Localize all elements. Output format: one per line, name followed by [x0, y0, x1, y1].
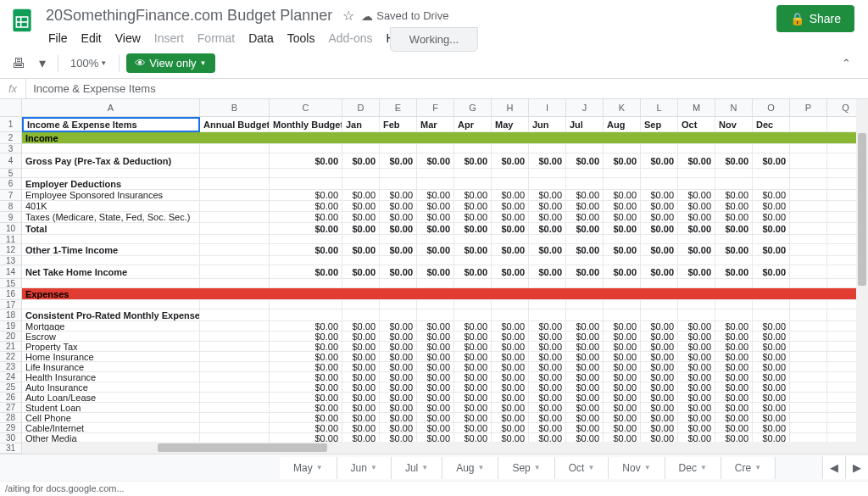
print-icon[interactable]: 🖶	[7, 53, 31, 75]
cell-P4[interactable]	[790, 153, 827, 169]
cell-K8[interactable]: $0.00	[604, 201, 641, 212]
cell-J22[interactable]: $0.00	[566, 352, 604, 362]
cell-E1[interactable]: Feb	[380, 117, 417, 132]
cell-E8[interactable]: $0.00	[380, 201, 417, 212]
cell-L29[interactable]: $0.00	[641, 423, 678, 433]
cell-A14[interactable]: Net Take Home Income	[22, 265, 200, 279]
cell-P26[interactable]	[790, 393, 827, 403]
cell-N7[interactable]: $0.00	[715, 190, 753, 201]
cell-H20[interactable]: $0.00	[492, 332, 529, 342]
cell-K18[interactable]	[604, 309, 641, 321]
cell-D24[interactable]: $0.00	[342, 372, 380, 382]
cell-J3[interactable]	[566, 144, 604, 153]
cell-M20[interactable]: $0.00	[678, 332, 715, 342]
cell-A8[interactable]: 401K	[22, 201, 200, 212]
menu-tools[interactable]: Tools	[281, 28, 321, 48]
cell-O25[interactable]: $0.00	[753, 382, 790, 393]
cell-D22[interactable]: $0.00	[342, 352, 380, 362]
cell-E20[interactable]: $0.00	[380, 332, 417, 342]
cell-N19[interactable]: $0.00	[715, 321, 753, 332]
cell-N25[interactable]: $0.00	[715, 382, 753, 393]
cell-P25[interactable]	[790, 382, 827, 393]
col-header-K[interactable]: K	[604, 99, 641, 116]
cell-J28[interactable]: $0.00	[566, 413, 604, 423]
cell-D14[interactable]: $0.00	[342, 265, 380, 279]
cell-C24[interactable]: $0.00	[270, 372, 342, 382]
cell-J13[interactable]	[566, 256, 604, 265]
zoom-select[interactable]: 100% ▼	[65, 53, 112, 73]
cell-J15[interactable]	[566, 279, 604, 288]
cell-D17[interactable]	[342, 300, 380, 309]
cell-B1[interactable]: Annual Budget	[200, 117, 270, 132]
cell-G24[interactable]: $0.00	[454, 372, 492, 382]
cell-D9[interactable]: $0.00	[342, 212, 380, 223]
cell-B19[interactable]	[200, 321, 270, 332]
cell-E25[interactable]: $0.00	[380, 382, 417, 393]
cell-B27[interactable]	[200, 403, 270, 413]
cell-I22[interactable]: $0.00	[529, 352, 566, 362]
cell-F28[interactable]: $0.00	[417, 413, 454, 423]
cell-N11[interactable]	[715, 235, 753, 244]
cell-I21[interactable]: $0.00	[529, 342, 566, 352]
cell-P6[interactable]	[790, 178, 827, 190]
cell-A7[interactable]: Employee Sponsored Insurances	[22, 190, 200, 201]
menu-view[interactable]: View	[109, 28, 147, 48]
cell-C17[interactable]	[270, 300, 342, 309]
cell-B6[interactable]	[200, 178, 270, 190]
cell-P23[interactable]	[790, 362, 827, 372]
cell-F14[interactable]: $0.00	[417, 265, 454, 279]
cell-J21[interactable]: $0.00	[566, 342, 604, 352]
cell-N6[interactable]	[715, 178, 753, 190]
cell-K22[interactable]: $0.00	[604, 352, 641, 362]
cell-D21[interactable]: $0.00	[342, 342, 380, 352]
row-header-5[interactable]: 5	[0, 169, 22, 178]
cell-J23[interactable]: $0.00	[566, 362, 604, 372]
cell-E12[interactable]: $0.00	[380, 244, 417, 256]
cell-M26[interactable]: $0.00	[678, 393, 715, 403]
sheet-tab-jun[interactable]: Jun ▼	[337, 457, 392, 479]
cell-F29[interactable]: $0.00	[417, 423, 454, 433]
cell-L25[interactable]: $0.00	[641, 382, 678, 393]
cell-O10[interactable]: $0.00	[753, 223, 790, 235]
cell-H25[interactable]: $0.00	[492, 382, 529, 393]
cell-H22[interactable]: $0.00	[492, 352, 529, 362]
cell-A22[interactable]: Home Insurance	[22, 352, 200, 362]
cell-H14[interactable]: $0.00	[492, 265, 529, 279]
cell-P29[interactable]	[790, 423, 827, 433]
cell-H10[interactable]: $0.00	[492, 223, 529, 235]
cell-M13[interactable]	[678, 256, 715, 265]
cell-M19[interactable]: $0.00	[678, 321, 715, 332]
cell-K28[interactable]: $0.00	[604, 413, 641, 423]
horizontal-scrollbar[interactable]	[22, 442, 856, 454]
cell-D28[interactable]: $0.00	[342, 413, 380, 423]
cell-H6[interactable]	[492, 178, 529, 190]
cell-G20[interactable]: $0.00	[454, 332, 492, 342]
cell-B3[interactable]	[200, 144, 270, 153]
cell-J10[interactable]: $0.00	[566, 223, 604, 235]
cell-L14[interactable]: $0.00	[641, 265, 678, 279]
cell-D27[interactable]: $0.00	[342, 403, 380, 413]
cell-E15[interactable]	[380, 279, 417, 288]
cell-D1[interactable]: Jan	[342, 117, 380, 132]
cell-G25[interactable]: $0.00	[454, 382, 492, 393]
cell-G13[interactable]	[454, 256, 492, 265]
cell-G19[interactable]: $0.00	[454, 321, 492, 332]
cell-B23[interactable]	[200, 362, 270, 372]
row-header-1[interactable]: 1	[0, 117, 22, 132]
cell-N13[interactable]	[715, 256, 753, 265]
cell-L4[interactable]: $0.00	[641, 153, 678, 169]
cell-H28[interactable]: $0.00	[492, 413, 529, 423]
row-header-28[interactable]: 28	[0, 413, 22, 423]
sheets-logo[interactable]	[7, 5, 37, 36]
cell-M7[interactable]: $0.00	[678, 190, 715, 201]
cell-K9[interactable]: $0.00	[604, 212, 641, 223]
row-header-25[interactable]: 25	[0, 382, 22, 393]
cell-H19[interactable]: $0.00	[492, 321, 529, 332]
cell-P10[interactable]	[790, 223, 827, 235]
cell-H26[interactable]: $0.00	[492, 393, 529, 403]
cell-O6[interactable]	[753, 178, 790, 190]
row-header-8[interactable]: 8	[0, 201, 22, 212]
cell-F22[interactable]: $0.00	[417, 352, 454, 362]
cell-N20[interactable]: $0.00	[715, 332, 753, 342]
cell-P1[interactable]	[790, 117, 827, 132]
